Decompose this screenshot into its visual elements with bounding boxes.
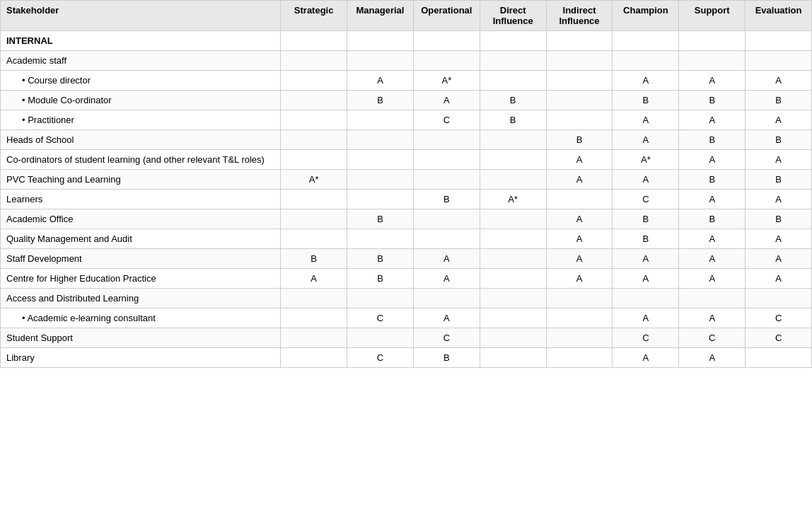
cell-0 — [281, 91, 347, 110]
cell-5 — [613, 289, 679, 308]
cell-0 — [281, 51, 347, 71]
cell-3 — [480, 328, 546, 348]
cell-2 — [413, 31, 480, 51]
cell-5: C — [613, 328, 679, 348]
cell-3 — [480, 31, 546, 51]
cell-0 — [281, 150, 347, 170]
cell-6 — [679, 51, 746, 71]
table-row: Centre for Higher Education PracticeABAA… — [1, 269, 812, 289]
stakeholder-name: Staff Development — [1, 249, 281, 269]
cell-3: B — [480, 91, 546, 110]
cell-7 — [746, 31, 812, 51]
cell-7: A — [746, 150, 812, 170]
cell-1: A — [347, 71, 414, 91]
cell-1: C — [347, 308, 414, 328]
stakeholder-name: Library — [1, 348, 281, 368]
cell-7: C — [746, 328, 812, 348]
cell-6 — [679, 31, 746, 51]
cell-4 — [546, 91, 613, 110]
cell-3 — [480, 229, 546, 249]
table-row: • PractitionerCBAAA — [1, 110, 812, 130]
cell-4 — [546, 308, 613, 328]
table-row: • Module Co-ordinatorBABBBB — [1, 91, 812, 110]
cell-6: A — [679, 190, 746, 209]
cell-6: A — [679, 150, 746, 170]
cell-2: C — [413, 110, 480, 130]
table-row: Access and Distributed Learning — [1, 289, 812, 308]
cell-4: A — [546, 229, 613, 249]
cell-4 — [546, 190, 613, 209]
cell-6: A — [679, 71, 746, 91]
cell-3 — [480, 249, 546, 269]
cell-6: B — [679, 170, 746, 190]
cell-3: B — [480, 110, 546, 130]
stakeholder-name: • Course director — [1, 71, 281, 91]
cell-3 — [480, 269, 546, 289]
cell-5: A — [613, 110, 679, 130]
cell-6: A — [679, 308, 746, 328]
cell-6: C — [679, 328, 746, 348]
cell-1: B — [347, 269, 414, 289]
cell-1 — [347, 31, 414, 51]
table-row: INTERNAL — [1, 31, 812, 51]
cell-4: A — [546, 209, 613, 229]
table-row: LibraryCBAA — [1, 348, 812, 368]
cell-1 — [347, 170, 414, 190]
cell-7 — [746, 348, 812, 368]
cell-3 — [480, 150, 546, 170]
cell-4 — [546, 51, 613, 71]
cell-4 — [546, 110, 613, 130]
col-header-1: Strategic — [281, 1, 347, 31]
stakeholder-name: Access and Distributed Learning — [1, 289, 281, 308]
cell-4: A — [546, 269, 613, 289]
cell-1 — [347, 150, 414, 170]
cell-5: A — [613, 170, 679, 190]
cell-6: A — [679, 229, 746, 249]
cell-2: A — [413, 91, 480, 110]
cell-7: B — [746, 209, 812, 229]
table-row: LearnersBA*CAA — [1, 190, 812, 209]
cell-3: A* — [480, 190, 546, 209]
cell-5: A — [613, 269, 679, 289]
cell-5: B — [613, 229, 679, 249]
cell-6: A — [679, 249, 746, 269]
stakeholder-name: • Practitioner — [1, 110, 281, 130]
cell-4 — [546, 328, 613, 348]
cell-0 — [281, 289, 347, 308]
cell-0: A — [281, 269, 347, 289]
cell-2: C — [413, 328, 480, 348]
table-row: PVC Teaching and LearningA*AABB — [1, 170, 812, 190]
cell-1: B — [347, 209, 414, 229]
cell-3 — [480, 209, 546, 229]
stakeholder-name: Academic Office — [1, 209, 281, 229]
cell-2 — [413, 170, 480, 190]
cell-0: B — [281, 249, 347, 269]
cell-0 — [281, 31, 347, 51]
cell-3 — [480, 51, 546, 71]
col-header-8: Evaluation — [746, 1, 812, 31]
cell-1: B — [347, 91, 414, 110]
cell-5: A — [613, 71, 679, 91]
cell-7: A — [746, 71, 812, 91]
cell-5 — [613, 51, 679, 71]
cell-4 — [546, 71, 613, 91]
cell-2 — [413, 289, 480, 308]
cell-2 — [413, 229, 480, 249]
cell-7: A — [746, 110, 812, 130]
cell-4: A — [546, 249, 613, 269]
stakeholder-name: Quality Management and Audit — [1, 229, 281, 249]
cell-7 — [746, 289, 812, 308]
stakeholder-name: PVC Teaching and Learning — [1, 170, 281, 190]
cell-5: A — [613, 348, 679, 368]
cell-2 — [413, 150, 480, 170]
table-row: Staff DevelopmentBBAAAAA — [1, 249, 812, 269]
cell-2: A* — [413, 71, 480, 91]
cell-0 — [281, 71, 347, 91]
col-header-7: Support — [679, 1, 746, 31]
cell-1 — [347, 51, 414, 71]
cell-0 — [281, 229, 347, 249]
cell-6: A — [679, 269, 746, 289]
cell-4 — [546, 31, 613, 51]
cell-2: A — [413, 249, 480, 269]
cell-0 — [281, 130, 347, 150]
